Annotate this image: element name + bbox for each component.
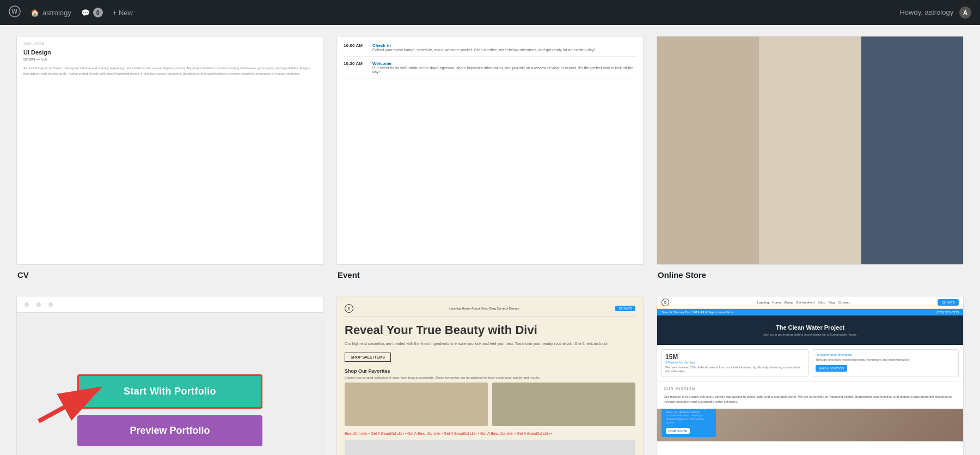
store-img-1	[657, 37, 759, 264]
portfolio-thumbnail: Start With Portfolio Preview Portfolio	[16, 296, 323, 455]
cv-subtitle: Brown — CA	[23, 57, 316, 62]
admin-bar-right: Howdy, astrology A	[899, 7, 971, 19]
beauty-nav: D Landing Home About Shop Blog Contact D…	[345, 304, 635, 317]
preview-portfolio-button[interactable]: Preview Portfolio	[77, 415, 262, 446]
event-row-1: 10:30 AM Welcome Our event hosts will in…	[344, 61, 636, 78]
beauty-product-1	[345, 383, 488, 426]
beauty-favorites-desc: Explore our curated collection of must-h…	[345, 376, 635, 379]
comments-badge: 0	[93, 8, 103, 17]
template-card-beauty: D Landing Home About Shop Blog Contact D…	[336, 296, 644, 455]
event-row-0: 10:00 AM Check-in Collect your event bad…	[344, 43, 636, 57]
online-store-thumbnail[interactable]	[657, 36, 964, 265]
event-template-name: Event	[336, 270, 644, 280]
nonprofit-phone: (555) 555-5555	[936, 311, 959, 314]
nonprofit-mission-text: Our mission is to ensure that every pers…	[664, 395, 957, 404]
beauty-logo-icon: D	[345, 304, 353, 313]
nonprofit-mission-title: OUR MISSION	[664, 386, 957, 392]
event-thumbnail[interactable]: 10:00 AM Check-in Collect your event bad…	[336, 36, 644, 265]
nonprofit-card-1: 15M $ Raised for the Sea We have receive…	[661, 349, 808, 377]
nonprofit-search-text: Search Chemia Disc 1619-19 6 Sep - Learn…	[661, 311, 733, 314]
beauty-product-2	[492, 383, 635, 426]
wordpress-logo-icon[interactable]: W	[9, 5, 21, 20]
beauty-bottom-section	[345, 440, 635, 455]
nonprofit-card-1-num: 15M	[665, 353, 805, 361]
template-card-event: 10:00 AM Check-in Collect your event bad…	[336, 36, 644, 280]
online-store-template-name: Online Store	[657, 270, 964, 280]
nonprofit-card-1-label: $ Raised for the Sea	[665, 361, 805, 364]
site-name-label: astrology	[42, 9, 71, 17]
template-card-nonprofit: D LandingHomeAboutGet InvolvedShopBlogCo…	[657, 296, 964, 455]
template-card-online-store: Online Store	[657, 36, 964, 280]
event-desc-1: Our event hosts will introduce the day's…	[372, 66, 636, 74]
template-card-cv: 2021 - 2026 UI Design Brown — CA As a UI…	[16, 36, 323, 280]
beauty-donate-btn: DONATE	[615, 306, 635, 311]
cv-thumbnail[interactable]: 2021 - 2026 UI Design Brown — CA As a UI…	[16, 36, 323, 265]
nonprofit-photo-text: Your donation will reach every person (g…	[666, 409, 712, 424]
beauty-products	[345, 383, 635, 426]
nonprofit-mission: OUR MISSION Our mission is to ensure tha…	[657, 381, 963, 409]
start-portfolio-button[interactable]: Start With Portfolio	[77, 374, 262, 409]
nonprofit-cards: 15M $ Raised for the Sea We have receive…	[657, 345, 963, 381]
event-title-1: Welcome	[372, 61, 636, 66]
nonprofit-card-2-text: Through innovative research projects, te…	[816, 358, 955, 362]
nonprofit-thumbnail[interactable]: D LandingHomeAboutGet InvolvedShopBlogCo…	[657, 296, 964, 455]
nonprofit-donate-btn: DONATE	[938, 299, 959, 306]
template-grid: 2021 - 2026 UI Design Brown — CA As a UI…	[16, 36, 964, 455]
beauty-hero-desc: Our high-end cosmetics are created with …	[345, 342, 635, 345]
event-time-0: 10:00 AM	[344, 43, 368, 48]
nonprofit-nav-links: LandingHomeAboutGet InvolvedShopBlogCont…	[757, 301, 849, 304]
cv-date-range: 2021 - 2026	[23, 42, 316, 46]
comments-icon: 💬	[81, 9, 90, 17]
admin-bar: W 🏠 astrology 💬 0 + New Howdy, astrology…	[0, 0, 980, 25]
nonprofit-card-2: Research and Innovation Through innovati…	[812, 349, 959, 377]
new-item[interactable]: + New	[113, 9, 133, 17]
portfolio-overlay: Start With Portfolio Preview Portfolio	[17, 296, 323, 455]
nonprofit-topbar: D LandingHomeAboutGet InvolvedShopBlogCo…	[657, 296, 963, 309]
beauty-thumbnail[interactable]: D Landing Home About Shop Blog Contact D…	[336, 296, 644, 455]
nonprofit-photo-overlay: 100% of Donations Fund Clean and Safe Dr…	[661, 409, 716, 437]
greeting-label: Howdy, astrology	[899, 8, 953, 16]
admin-bar-left: W 🏠 astrology 💬 0 + New	[9, 5, 133, 20]
beauty-shop-btn: SHOP SALE ITEMS	[345, 353, 391, 362]
beauty-hero-title: Reveal Your True Beauty with Divi	[345, 323, 635, 337]
store-img-3	[861, 37, 963, 264]
main-content: 2021 - 2026 UI Design Brown — CA As a UI…	[0, 25, 980, 455]
avatar: A	[959, 7, 971, 19]
event-time-1: 10:30 AM	[344, 61, 368, 66]
comments-item[interactable]: 💬 0	[81, 8, 103, 17]
nonprofit-hero-title: The Clean Water Project	[664, 324, 957, 331]
svg-text:W: W	[12, 8, 18, 15]
home-icon: 🏠	[30, 9, 39, 17]
event-title-0: Check-in	[372, 43, 595, 48]
beauty-marquee: Beautiful skin • Get A Beautiful skin • …	[345, 432, 635, 435]
beauty-favorites-title: Shop Our Favorites	[345, 368, 635, 374]
event-desc-0: Collect your event badge, schedule, and …	[372, 48, 595, 52]
new-label: + New	[113, 9, 133, 17]
cv-body: As a UI Designer at Brown, I designed in…	[23, 66, 316, 76]
cv-title: UI Design	[23, 49, 316, 56]
nonprofit-card-2-label: Research and Innovation	[816, 353, 955, 356]
nonprofit-photo: 100% of Donations Fund Clean and Safe Dr…	[657, 409, 963, 441]
template-card-portfolio: Start With Portfolio Preview Portfolio P…	[16, 296, 323, 455]
cv-template-name: CV	[16, 270, 323, 280]
nonprofit-logo-icon: D	[661, 299, 669, 306]
store-img-2	[759, 37, 861, 264]
nonprofit-hero: The Clean Water Project Join us in partn…	[657, 316, 963, 345]
nonprofit-card-2-btn: MAKE A DONATION	[816, 365, 847, 372]
nonprofit-search-bar: Search Chemia Disc 1619-19 6 Sep - Learn…	[657, 309, 963, 316]
beauty-nav-links: Landing Home About Shop Blog Contact Don…	[449, 307, 519, 310]
site-name-item[interactable]: 🏠 astrology	[30, 9, 71, 17]
nonprofit-card-1-text: We have received 15% of the donations fr…	[665, 366, 805, 373]
nonprofit-hero-sub: Join us in partnering faithful ecosystem…	[664, 333, 957, 336]
nonprofit-photo-btn: DONATE NOW	[666, 428, 690, 434]
